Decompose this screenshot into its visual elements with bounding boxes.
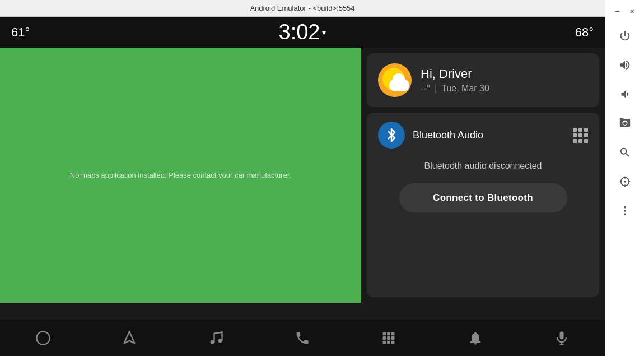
bluetooth-title: Bluetooth Audio: [413, 130, 483, 141]
camera-button[interactable]: [613, 111, 637, 136]
svg-point-22: [624, 210, 626, 212]
signal-icon: ▾: [322, 28, 326, 37]
svg-rect-9: [383, 340, 386, 344]
right-panel: Hi, Driver --° | Tue, Mar 30 Blu: [361, 48, 605, 303]
svg-rect-10: [387, 340, 390, 344]
svg-point-16: [624, 181, 626, 183]
nav-music-icon[interactable]: [202, 324, 230, 352]
svg-point-2: [218, 339, 222, 343]
svg-point-23: [624, 214, 626, 216]
svg-rect-6: [383, 336, 386, 340]
temp-right: 68°: [575, 25, 594, 40]
time-display: 3:02 ▾: [279, 20, 326, 44]
date-divider: |: [435, 84, 437, 94]
title-bar: Android Emulator - <build>:5554: [0, 0, 605, 17]
volume-down-button[interactable]: [613, 82, 637, 107]
title-bar-text: Android Emulator - <build>:5554: [250, 4, 354, 12]
bottom-nav: [0, 320, 605, 356]
sidebar-window-controls: − ×: [605, 4, 644, 19]
bluetooth-card: Bluetooth Audio Bluetooth audio disconne…: [367, 113, 599, 297]
volume-up-button[interactable]: [613, 53, 637, 77]
nav-home-icon[interactable]: [29, 324, 57, 352]
nav-phone-icon[interactable]: [288, 324, 316, 352]
bluetooth-icon: [378, 122, 405, 149]
map-message: No maps application installed. Please co…: [70, 171, 291, 179]
bluetooth-status: Bluetooth audio disconnected: [378, 158, 588, 174]
svg-point-0: [36, 331, 49, 344]
bt-header: Bluetooth Audio: [378, 122, 588, 149]
emulator-sidebar: − ×: [605, 0, 644, 356]
status-bar: 61° 3:02 ▾ 68°: [0, 17, 605, 48]
svg-rect-8: [391, 336, 395, 340]
map-area: No maps application installed. Please co…: [0, 48, 361, 303]
date-text: Tue, Mar 30: [441, 84, 489, 94]
nav-microphone-icon[interactable]: [548, 324, 576, 352]
svg-rect-3: [383, 332, 386, 335]
svg-rect-11: [391, 340, 395, 344]
nav-apps-icon[interactable]: [375, 324, 403, 352]
power-button[interactable]: [613, 24, 637, 48]
main-content: No maps application installed. Please co…: [0, 48, 605, 303]
hi-driver-text: Hi, Driver: [421, 67, 489, 81]
svg-point-21: [624, 206, 626, 209]
connect-bluetooth-button[interactable]: Connect to Bluetooth: [399, 183, 567, 212]
weather-temp: --°: [421, 84, 430, 94]
grid-menu-icon[interactable]: [573, 128, 588, 143]
bt-title-row: Bluetooth Audio: [378, 122, 483, 149]
cloud-shape: [389, 79, 409, 91]
weather-icon: [378, 63, 412, 97]
greeting-text: Hi, Driver --° | Tue, Mar 30: [421, 67, 489, 94]
nav-notifications-icon[interactable]: [461, 324, 489, 352]
svg-rect-4: [387, 332, 390, 335]
zoom-button[interactable]: [613, 140, 637, 165]
temp-left: 61°: [11, 25, 30, 40]
greeting-card: Hi, Driver --° | Tue, Mar 30: [367, 53, 599, 107]
time-text: 3:02: [279, 20, 320, 44]
date-line: --° | Tue, Mar 30: [421, 84, 489, 94]
svg-rect-7: [387, 336, 390, 340]
svg-rect-5: [391, 332, 395, 335]
location-button[interactable]: [613, 169, 637, 194]
more-options-button[interactable]: [613, 198, 637, 223]
close-button[interactable]: ×: [628, 8, 636, 16]
svg-point-1: [210, 340, 214, 344]
svg-rect-12: [559, 331, 563, 339]
nav-navigation-icon[interactable]: [115, 324, 143, 352]
minimize-button[interactable]: −: [613, 8, 621, 16]
